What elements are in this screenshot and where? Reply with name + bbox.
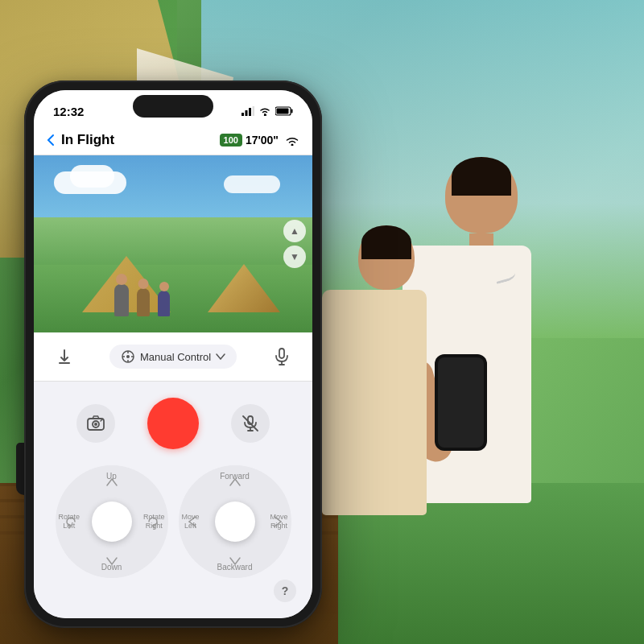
left-joystick[interactable]: Up Down Rotate Left (56, 465, 168, 578)
manual-control-label: Manual Control (140, 351, 211, 363)
svg-point-10 (126, 355, 130, 358)
right-move-right-label: Move Right (270, 513, 287, 530)
nav-wifi-icon (285, 134, 299, 146)
svg-point-8 (291, 144, 294, 147)
controls-area: Manual Control (34, 332, 312, 618)
camera-scroll-controls: ▲ ▼ (283, 220, 306, 268)
svg-rect-1 (246, 110, 248, 116)
joysticks-row: Up Down Rotate Left (34, 457, 312, 594)
help-area: ? (34, 594, 312, 618)
status-time: 12:32 (53, 105, 84, 118)
svg-rect-7 (277, 109, 289, 114)
svg-point-20 (94, 423, 97, 426)
left-joystick-circle: Up Down Rotate Left (56, 465, 168, 578)
svg-rect-0 (242, 113, 244, 116)
camera-mode-button[interactable] (76, 404, 115, 443)
dynamic-island (133, 95, 213, 118)
right-forward-arrow (229, 478, 241, 486)
audio-icon (272, 347, 291, 366)
action-row (34, 382, 312, 457)
land-button[interactable] (50, 342, 79, 371)
help-button[interactable]: ? (274, 580, 296, 602)
land-icon (55, 347, 74, 366)
right-backward-arrow (229, 557, 241, 565)
signal-icon (242, 106, 254, 116)
camera-scene-people (114, 284, 170, 316)
left-rotate-left-arrow (64, 514, 78, 529)
audio-button[interactable] (267, 342, 296, 371)
left-joystick-thumb (92, 502, 132, 542)
nav-distance: 17'00" (246, 134, 279, 147)
svg-rect-3 (253, 106, 255, 116)
camera-cloud-3 (224, 175, 280, 193)
right-joystick[interactable]: Forward Backward (179, 465, 291, 578)
record-button[interactable] (147, 398, 199, 449)
manual-control-selector[interactable]: Manual Control (109, 345, 237, 369)
battery-badge: 100 (220, 134, 242, 147)
mute-button[interactable] (231, 404, 270, 443)
right-joystick-circle: Forward Backward (179, 465, 291, 578)
bg-phone-held (435, 354, 487, 451)
left-rotate-right-arrow (146, 514, 160, 529)
nav-title: In Flight (61, 132, 220, 148)
svg-rect-6 (291, 109, 293, 114)
status-icons (242, 106, 293, 116)
back-chevron-icon (47, 134, 55, 147)
camera-view: ▲ ▼ (34, 155, 312, 332)
bg-person-man (431, 157, 531, 503)
camera-grass (34, 265, 312, 332)
toolbar: Manual Control (34, 332, 312, 382)
phone-mockup: 12:32 (24, 80, 322, 628)
left-up-arrow (106, 478, 118, 486)
mute-icon (242, 415, 259, 432)
phone-screen: 12:32 (34, 90, 312, 618)
nav-bar: In Flight 100 17'00" (34, 126, 312, 155)
right-joystick-thumb (215, 502, 255, 542)
svg-rect-2 (249, 108, 251, 116)
wifi-status-icon (258, 106, 271, 116)
manual-control-icon (121, 349, 135, 364)
phone-frame: 12:32 (24, 80, 322, 628)
dropdown-arrow-icon (216, 353, 225, 360)
camera-cloud-2 (70, 165, 114, 188)
bg-person-woman (346, 225, 427, 515)
nav-back-button[interactable] (47, 134, 55, 147)
battery-status-icon (275, 106, 293, 116)
camera-mode-icon (86, 415, 105, 432)
left-down-arrow (106, 557, 118, 565)
scroll-down-button[interactable]: ▼ (283, 246, 306, 268)
scroll-up-button[interactable]: ▲ (283, 220, 306, 242)
right-move-left-label: Move Left (182, 513, 200, 530)
svg-rect-15 (279, 349, 284, 358)
